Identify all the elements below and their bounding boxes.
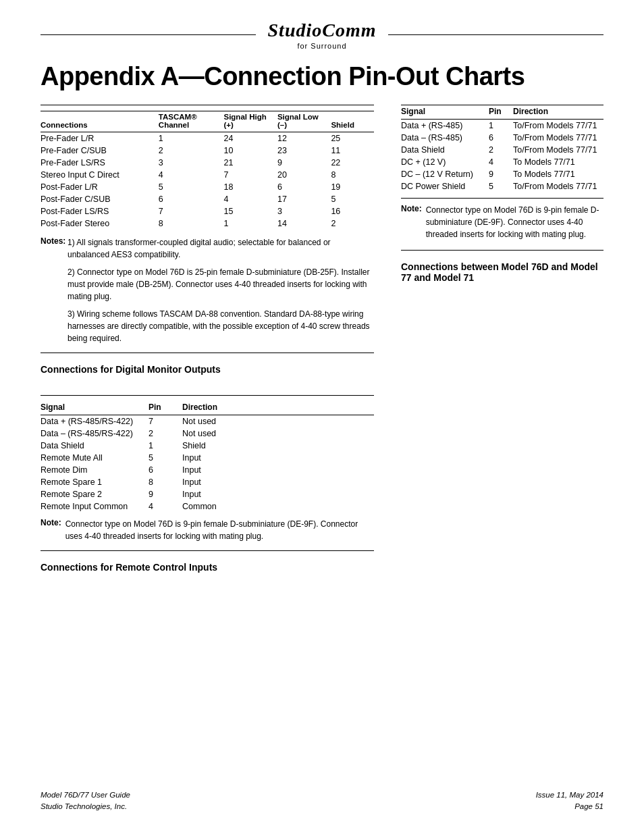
table-cell-connection: Post-Fader Stereo [41, 217, 159, 230]
dmo-cell-direction: Input [182, 452, 374, 464]
dmo-cell-pin: 4 [149, 500, 182, 513]
right-note-text: Connector type on Model 76D is 9-pin fem… [426, 204, 603, 240]
table-row: Post-Fader Stereo81142 [41, 217, 374, 230]
dmo-th-direction: Direction [182, 401, 374, 415]
right-th-pin: Pin [489, 105, 513, 120]
table-row: Stereo Input C Direct47208 [41, 169, 374, 181]
right-connections-heading: Connections between Model 76D and Model … [401, 261, 603, 283]
dmo-cell-direction: Not used [182, 427, 374, 440]
dmo-cell-signal: Remote Input Common [41, 500, 149, 513]
right-cell-direction: To/From Models 77/71 [513, 120, 603, 132]
page-footer: Model 76D/77 User Guide Studio Technolog… [41, 789, 603, 813]
table-row: Pre-Fader LS/RS321922 [41, 157, 374, 169]
table-cell-shield: 19 [331, 181, 374, 193]
table-cell-connection: Post-Fader C/SUB [41, 193, 159, 205]
table-cell-high: 24 [223, 132, 277, 145]
table-cell-connection: Pre-Fader L/R [41, 132, 159, 145]
table-row: Post-Fader LS/RS715316 [41, 205, 374, 217]
page: StudioComm for Surround Appendix A—Conne… [0, 0, 644, 834]
main-table-header-row: Connections TASCAM® Channel Signal High … [41, 111, 374, 132]
dmo-cell-signal: Data Shield [41, 440, 149, 452]
list-item: Remote Input Common4Common [41, 500, 374, 513]
list-item: Data Shield1Shield [41, 440, 374, 452]
dmo-cell-pin: 5 [149, 452, 182, 464]
dmo-th-pin: Pin [149, 401, 182, 415]
dmo-cell-pin: 2 [149, 427, 182, 440]
table-cell-high: 21 [223, 157, 277, 169]
th-high: Signal High (+) [223, 111, 277, 132]
right-note-block: Note: Connector type on Model 76D is 9-p… [401, 204, 603, 240]
table-cell-shield: 2 [331, 217, 374, 230]
list-item: Remote Dim6Input [41, 464, 374, 476]
header-line: StudioComm for Surround [41, 20, 603, 50]
right-cell-signal: Data + (RS-485) [401, 120, 489, 132]
table-cell-shield: 11 [331, 145, 374, 157]
table-cell-connection: Post-Fader LS/RS [41, 205, 159, 217]
th-connections: Connections [41, 111, 159, 132]
right-table: Signal Pin Direction Data + (RS-485)1To/… [401, 105, 603, 192]
header-rule-left [41, 34, 256, 35]
dmo-cell-signal: Remote Spare 2 [41, 488, 149, 500]
right-note-label: Note: [401, 204, 422, 240]
footer-right-line1: Issue 11, May 2014 [536, 789, 603, 801]
logo-area: StudioComm for Surround [256, 20, 389, 50]
dmo-th-signal: Signal [41, 401, 149, 415]
table-cell-tascam: 7 [159, 205, 224, 217]
dmo-header-row: Signal Pin Direction [41, 401, 374, 415]
table-cell-shield: 5 [331, 193, 374, 205]
dmo-table: Signal Pin Direction Data + (RS-485/RS-4… [41, 401, 374, 513]
table-cell-connection: Pre-Fader C/SUB [41, 145, 159, 157]
th-shield: Shield [331, 111, 374, 132]
right-cell-pin: 1 [489, 120, 513, 132]
list-item: DC + (12 V)4To Models 77/71 [401, 156, 603, 168]
page-title-section: Appendix A—Connection Pin-Out Charts [41, 62, 603, 92]
table-row: Post-Fader L/R518619 [41, 181, 374, 193]
table-cell-shield: 16 [331, 205, 374, 217]
rci-separator [41, 550, 374, 551]
notes-header-item: Notes: 1) All signals transformer-couple… [41, 236, 374, 261]
logo-sub: for Surround [297, 42, 346, 50]
dmo-cell-direction: Input [182, 476, 374, 488]
table-cell-high: 4 [223, 193, 277, 205]
list-item: DC Power Shield5To/From Models 77/71 [401, 180, 603, 192]
dmo-cell-pin: 8 [149, 476, 182, 488]
dmo-cell-signal: Remote Dim [41, 464, 149, 476]
table-cell-low: 9 [277, 157, 331, 169]
notes-label: Notes: [41, 236, 65, 261]
dmo-cell-signal: Remote Spare 1 [41, 476, 149, 488]
dmo-cell-direction: Input [182, 488, 374, 500]
main-columns: Connections TASCAM® Channel Signal High … [41, 105, 603, 578]
list-item: Data – (RS-485/RS-422)2Not used [41, 427, 374, 440]
note-3: 3) Wiring scheme follows TASCAM DA-88 co… [68, 308, 374, 344]
footer-left-line1: Model 76D/77 User Guide [41, 789, 130, 801]
right-cell-signal: Data – (RS-485) [401, 132, 489, 144]
table-cell-tascam: 1 [159, 132, 224, 145]
dmo-heading: Connections for Digital Monitor Outputs [41, 364, 374, 375]
dmo-note-text: Connector type on Model 76D is 9-pin fem… [65, 518, 374, 542]
dmo-cell-signal: Remote Mute All [41, 452, 149, 464]
right-connections-separator [401, 250, 603, 251]
table-row: Post-Fader C/SUB64175 [41, 193, 374, 205]
right-cell-pin: 4 [489, 156, 513, 168]
table-cell-low: 14 [277, 217, 331, 230]
table-cell-connection: Pre-Fader LS/RS [41, 157, 159, 169]
notes-block: Notes: 1) All signals transformer-couple… [41, 236, 374, 344]
right-table-header-row: Signal Pin Direction [401, 105, 603, 120]
list-item: Remote Mute All5Input [41, 452, 374, 464]
right-cell-pin: 5 [489, 180, 513, 192]
table-cell-tascam: 5 [159, 181, 224, 193]
footer-right: Issue 11, May 2014 Page 51 [536, 789, 603, 813]
table-cell-low: 23 [277, 145, 331, 157]
note-1: 1) All signals transformer-coupled digit… [68, 236, 374, 261]
header: StudioComm for Surround [41, 20, 603, 50]
table-cell-high: 18 [223, 181, 277, 193]
dmo-cell-pin: 9 [149, 488, 182, 500]
table-row: Pre-Fader L/R1241225 [41, 132, 374, 145]
right-cell-direction: To/From Models 77/71 [513, 180, 603, 192]
header-rule-right [388, 34, 603, 35]
right-cell-pin: 6 [489, 132, 513, 144]
col-right: Signal Pin Direction Data + (RS-485)1To/… [401, 105, 603, 288]
dmo-note-block: Note: Connector type on Model 76D is 9-p… [41, 518, 374, 542]
dmo-table-top-rule [41, 395, 374, 396]
table-cell-shield: 25 [331, 132, 374, 145]
